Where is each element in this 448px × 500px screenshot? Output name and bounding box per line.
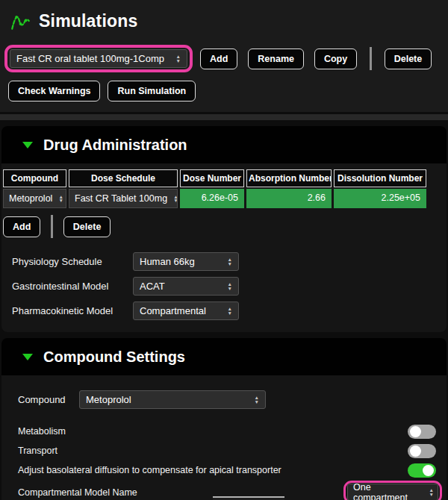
physiology-schedule-select[interactable]: Human 66kg ▲▼ — [133, 252, 239, 271]
collapse-triangle-icon — [22, 354, 33, 360]
compartmental-model-select[interactable]: One compartment ▲▼ — [347, 484, 438, 500]
stepper-icon: ▲▼ — [228, 307, 232, 315]
basolateral-diffusion-row: Adjust basolateral diffusion to compensa… — [18, 460, 436, 480]
stepper-icon: ▲▼ — [173, 195, 178, 203]
compound-cell-select[interactable]: Metoprolol ▲▼ — [3, 189, 66, 208]
pk-curve-logo-icon — [10, 11, 31, 31]
transport-row: Transport — [18, 441, 436, 460]
toggle-knob — [410, 446, 421, 457]
collapse-triangle-icon — [22, 142, 33, 149]
page-title: Simulations — [39, 11, 138, 31]
copy-simulation-button[interactable]: Copy — [314, 49, 357, 69]
toolbar-divider — [370, 47, 372, 70]
col-header-dissolution-number: Dissolution Number — [334, 169, 426, 187]
model-field-rows: Physiology Schedule Human 66kg ▲▼ Gastro… — [12, 249, 447, 332]
physiology-schedule-row: Physiology Schedule Human 66kg ▲▼ — [12, 249, 447, 274]
compound-row: Compound Metoprolol ▲▼ — [18, 390, 447, 409]
stepper-icon: ▲▼ — [429, 488, 434, 496]
gastrointestinal-model-select[interactable]: ACAT ▲▼ — [133, 277, 239, 296]
cut-off-element — [213, 496, 284, 500]
simulation-select[interactable]: Fast CR oral tablet 100mg-1Comp ▲▼ — [10, 49, 187, 68]
stepper-icon: ▲▼ — [58, 195, 63, 203]
rename-simulation-button[interactable]: Rename — [248, 49, 304, 69]
pharmacokinetic-model-label: Pharmacokinetic Model — [12, 305, 133, 316]
add-simulation-button[interactable]: Add — [200, 49, 237, 69]
run-simulation-button[interactable]: Run Simulation — [108, 81, 196, 101]
dose-schedule-cell-select[interactable]: Fast CR Tablet 100mg ▲▼ — [69, 189, 178, 208]
button-divider — [51, 215, 53, 238]
col-header-compound: Compound — [3, 169, 66, 187]
gastrointestinal-model-label: Gastrointestinal Model — [12, 281, 133, 292]
pharmacokinetic-model-select[interactable]: Compartmental ▲▼ — [133, 301, 239, 320]
table-button-row: Add Delete — [3, 215, 447, 238]
drug-administration-header[interactable]: Drug Administration — [1, 126, 447, 163]
basolateral-diffusion-toggle[interactable] — [408, 463, 436, 478]
compound-label: Compound — [18, 394, 79, 405]
compound-settings-title: Compound Settings — [43, 349, 185, 366]
col-header-dose-schedule: Dose Schedule — [69, 169, 178, 187]
highlight-ring-simulation-select: Fast CR oral tablet 100mg-1Comp ▲▼ — [4, 45, 193, 72]
gastrointestinal-model-row: Gastrointestinal Model ACAT ▲▼ — [12, 274, 447, 299]
dissolution-number-cell[interactable]: 2.25e+05 — [334, 189, 426, 208]
col-header-dose-number: Dose Number — [180, 169, 244, 187]
stepper-icon: ▲▼ — [228, 257, 232, 266]
drug-administration-section: Drug Administration Compound Dose Schedu… — [1, 126, 447, 332]
delete-simulation-button[interactable]: Delete — [385, 49, 432, 69]
section-divider — [0, 114, 448, 120]
compound-select[interactable]: Metoprolol ▲▼ — [79, 390, 266, 409]
compound-settings-section: Compound Settings Compound Metoprolol ▲▼… — [1, 338, 447, 500]
toggle-rows: Metabolism Transport Adjust basolateral … — [18, 422, 436, 480]
dose-number-cell[interactable]: 6.26e-05 — [180, 189, 244, 208]
compartmental-model-name-label: Compartmental Model Name — [18, 487, 137, 498]
drug-administration-title: Drug Administration — [43, 137, 187, 154]
basolateral-diffusion-label: Adjust basolateral diffusion to compensa… — [18, 465, 281, 475]
stepper-icon: ▲▼ — [228, 282, 232, 290]
table-row: Metoprolol ▲▼ Fast CR Tablet 100mg ▲▼ 6.… — [3, 189, 441, 208]
transport-label: Transport — [18, 446, 57, 456]
stepper-icon: ▲▼ — [176, 54, 181, 63]
metabolism-row: Metabolism — [18, 422, 436, 441]
dose-table-header-row: Compound Dose Schedule Dose Number Absor… — [3, 169, 441, 187]
dose-table: Compound Dose Schedule Dose Number Absor… — [3, 169, 441, 208]
delete-dose-row-button[interactable]: Delete — [63, 216, 111, 237]
col-header-absorption-number: Absorption Number — [246, 169, 332, 187]
metabolism-toggle[interactable] — [408, 425, 436, 439]
toggle-knob — [423, 465, 434, 476]
toolbar-row-2: Check Warnings Run Simulation — [8, 81, 442, 101]
stepper-icon: ▲▼ — [255, 396, 259, 404]
pharmacokinetic-model-row: Pharmacokinetic Model Compartmental ▲▼ — [12, 299, 447, 323]
physiology-schedule-label: Physiology Schedule — [12, 256, 133, 267]
add-dose-row-button[interactable]: Add — [3, 216, 40, 237]
toolbar-row-1: Fast CR oral tablet 100mg-1Comp ▲▼ Add R… — [4, 45, 442, 72]
transport-toggle[interactable] — [408, 444, 436, 458]
simulation-select-value: Fast CR oral tablet 100mg-1Comp — [16, 53, 164, 64]
check-warnings-button[interactable]: Check Warnings — [8, 81, 100, 101]
toggle-knob — [410, 426, 421, 437]
absorption-number-cell[interactable]: 2.66 — [246, 189, 332, 208]
metabolism-label: Metabolism — [18, 426, 66, 437]
simulation-toolbar: Fast CR oral tablet 100mg-1Comp ▲▼ Add R… — [0, 42, 448, 112]
app-header: Simulations — [0, 0, 448, 42]
compound-settings-header[interactable]: Compound Settings — [1, 338, 447, 375]
highlight-ring-model-select: One compartment ▲▼ — [343, 481, 442, 500]
